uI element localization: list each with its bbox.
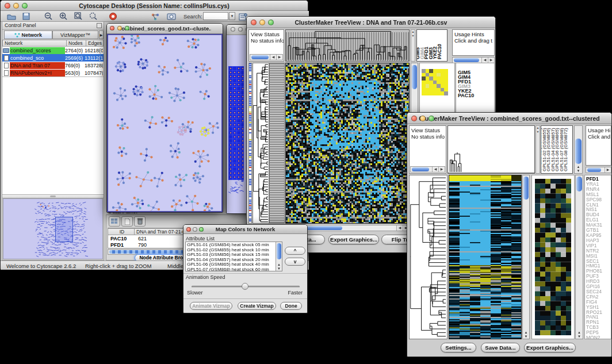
- network-overview-canvas[interactable]: [3, 199, 102, 259]
- network-list-row[interactable]: combined_sco2569(6)13112(15): [2, 54, 104, 62]
- scroll-right-icon[interactable]: ▶: [488, 58, 494, 63]
- array-label-panel[interactable]: GIM5GIM4PFD1GIM3YKE2PAC10: [416, 29, 447, 62]
- settings-button[interactable]: Settings...: [441, 343, 476, 352]
- global-overview-strip[interactable]: [248, 63, 252, 224]
- move-down-button[interactable]: v: [285, 258, 305, 266]
- zoom-button[interactable]: [429, 116, 434, 121]
- zoom-vscrollbar[interactable]: ▲▼: [575, 175, 583, 339]
- gene-dendrogram-panel[interactable]: [253, 63, 269, 224]
- scroll-right-icon[interactable]: ▶: [276, 55, 282, 60]
- array-label[interactable]: PAC10: [437, 44, 442, 59]
- col-header-edges[interactable]: Edges: [86, 40, 104, 47]
- attribute-select-icon[interactable]: [109, 216, 120, 227]
- treeview-combined-title-bar[interactable]: ClusterMaker TreeView : combined_scores_…: [407, 113, 611, 124]
- scroll-left-icon[interactable]: ◀: [270, 55, 276, 60]
- close-button[interactable]: [251, 20, 257, 25]
- id-column-header[interactable]: ID: [108, 228, 135, 235]
- gene-name-strip[interactable]: [269, 63, 285, 224]
- gene-label-list[interactable]: GIM5GIM4PFD1GIM3YKE2PAC10: [458, 70, 474, 98]
- zoom-button[interactable]: [199, 227, 204, 232]
- tab-network[interactable]: Network: [4, 30, 52, 39]
- array-label[interactable]: GPL51-08 (GSM872): [563, 128, 568, 171]
- view-status-scrollbar[interactable]: ◀▶: [410, 166, 445, 173]
- scroll-left-icon[interactable]: ◀: [481, 58, 488, 63]
- heatmap-panel[interactable]: [285, 63, 410, 224]
- export-graphics-button[interactable]: Export Graphics...: [328, 235, 379, 244]
- scroll-right-icon[interactable]: ▶: [605, 167, 611, 173]
- minimize-button[interactable]: [259, 20, 265, 25]
- tab-overflow-icon[interactable]: ▶: [99, 30, 104, 39]
- dialog-title-bar[interactable]: Map Colors to Network: [183, 225, 307, 234]
- new-attribute-icon[interactable]: [121, 216, 133, 227]
- save-data-button[interactable]: Save Data...: [481, 343, 520, 352]
- zoom-button[interactable]: [22, 3, 28, 9]
- gene-label[interactable]: MON2: [586, 335, 611, 339]
- minimize-button[interactable]: [193, 227, 197, 232]
- done-button[interactable]: Done: [280, 302, 302, 310]
- speed-slider-handle[interactable]: [242, 283, 248, 290]
- minimize-button[interactable]: [420, 116, 426, 121]
- gene-label-list[interactable]: PFD1YRA1RNR4MSL1SPC98CLN1NIS1BUD4ELG1MAK…: [585, 175, 611, 339]
- attribute-list-item[interactable]: GPL51-07 (GSM868) heat shock 60 min: [187, 267, 282, 271]
- treeview-dna-title-bar[interactable]: ClusterMaker TreeView : DNA and Tran 07-…: [247, 17, 495, 28]
- minimize-button[interactable]: [238, 27, 243, 32]
- network-graph-canvas[interactable]: [108, 35, 221, 211]
- export-graphics-button[interactable]: Export Graphics...: [524, 343, 576, 352]
- snapshot-icon[interactable]: [165, 12, 178, 21]
- scroll-right-icon[interactable]: ▶: [438, 167, 445, 172]
- usage-hints-scrollbar[interactable]: ▶: [586, 167, 611, 173]
- minimize-button[interactable]: [13, 3, 19, 9]
- zoom-out-icon[interactable]: [42, 12, 55, 21]
- scroll-left-icon[interactable]: ◀: [432, 167, 438, 172]
- create-vizmap-button[interactable]: Create Vizmap: [238, 302, 276, 310]
- network-overview-panel[interactable]: [3, 198, 103, 259]
- tab-vizmapper[interactable]: VizMapper™: [52, 30, 98, 39]
- panel-splitter[interactable]: [2, 194, 104, 198]
- delete-attribute-icon[interactable]: [134, 216, 146, 227]
- zoom-fit-icon[interactable]: [72, 12, 85, 21]
- scroll-arrows[interactable]: ▲▼: [276, 263, 282, 271]
- array-label-vscrollbar[interactable]: ▲▼: [574, 125, 583, 174]
- correlation-matrix[interactable]: [422, 69, 448, 95]
- network-list-row[interactable]: combined_scores2764(0)16218(0): [2, 47, 104, 54]
- gene-dendrogram-panel[interactable]: [409, 175, 447, 339]
- close-button[interactable]: [186, 227, 191, 232]
- network-list-row[interactable]: RNAPuberNov2+I563(0)107847(0): [2, 69, 104, 76]
- col-header-nodes[interactable]: Nodes: [67, 40, 86, 47]
- col-header-network[interactable]: Network: [2, 40, 67, 47]
- close-button[interactable]: [411, 116, 417, 121]
- gene-label[interactable]: PAC10: [458, 93, 474, 98]
- close-button[interactable]: [231, 27, 235, 32]
- mini-scroll-arrows[interactable]: ▲▼: [536, 125, 540, 174]
- dense-cluster-canvas[interactable]: [228, 66, 244, 194]
- mini-scroll-arrows[interactable]: ▲▼: [411, 29, 415, 62]
- help-lifering-icon[interactable]: [106, 12, 119, 21]
- array-dendrogram-panel[interactable]: [447, 125, 535, 174]
- zoom-heatmap-panel[interactable]: [531, 175, 575, 339]
- attribute-list-scrollbar[interactable]: ▲▼: [276, 242, 282, 271]
- attribute-listbox[interactable]: GPL51-01 (GSM854) heat shock 05 minGPL51…: [185, 242, 282, 271]
- save-session-icon[interactable]: [20, 12, 32, 21]
- zoom-button[interactable]: [268, 20, 274, 25]
- move-up-button[interactable]: ^: [285, 247, 305, 255]
- vizmapper-icon[interactable]: [149, 12, 162, 21]
- float-panel-icon[interactable]: [97, 23, 102, 28]
- array-dendrogram-panel[interactable]: [285, 29, 410, 62]
- search-input[interactable]: [203, 12, 228, 20]
- scroll-left-icon[interactable]: ◀: [396, 225, 403, 231]
- scroll-arrows[interactable]: ▲▼: [575, 165, 582, 173]
- open-session-icon[interactable]: [5, 12, 18, 21]
- heatmap-vscrollbar[interactable]: ▲▼: [522, 175, 530, 339]
- network-view-title-bar[interactable]: combined_scores_good.txt--cluste...: [107, 24, 223, 34]
- zoom-selected-icon[interactable]: [87, 12, 100, 21]
- zoom-button[interactable]: [125, 26, 129, 30]
- zoom-in-icon[interactable]: [57, 12, 70, 21]
- scroll-arrows[interactable]: ▲▼: [523, 331, 529, 339]
- array-label-panel[interactable]: GPL51-01 (GSM854)GPL51-02 (GSM855)GPL51-…: [541, 125, 573, 174]
- close-button[interactable]: [110, 26, 114, 30]
- minimize-button[interactable]: [117, 26, 122, 30]
- close-button[interactable]: [5, 3, 10, 9]
- scroll-arrows[interactable]: ▲▼: [576, 331, 583, 339]
- view-status-scrollbar[interactable]: ◀▶: [250, 54, 283, 60]
- animate-vizmap-button[interactable]: Animate Vizmap: [190, 302, 232, 310]
